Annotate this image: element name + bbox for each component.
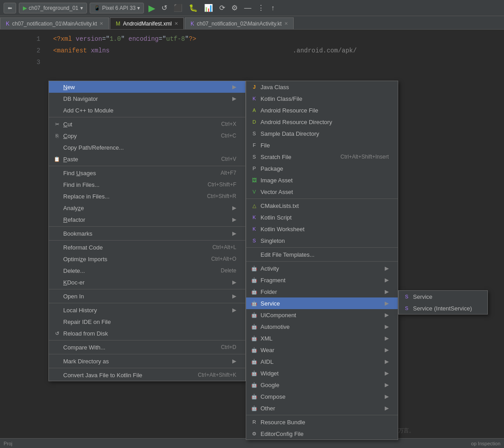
menu-label: Folder bbox=[261, 289, 277, 295]
submenu-arrow: ▶ bbox=[385, 393, 389, 400]
run-button[interactable]: ▶ bbox=[147, 2, 157, 14]
submenu-item-cmake[interactable]: △ CMakeLists.txt bbox=[246, 200, 398, 211]
menu-label: Analyze bbox=[63, 205, 84, 211]
menu-item-copy[interactable]: ⎘ Copy Ctrl+C bbox=[49, 130, 245, 142]
fragment-icon: 🤖 bbox=[251, 276, 258, 284]
menu-item-cut[interactable]: ✂ Cut Ctrl+X bbox=[49, 118, 245, 130]
more-button[interactable]: ⋮ bbox=[256, 3, 266, 13]
menu-item-kdocer[interactable]: KDoc-er ▶ bbox=[49, 276, 245, 288]
submenu-item-automotive[interactable]: 🤖 Automotive ▶ bbox=[246, 321, 398, 332]
menu-label: Vector Asset bbox=[261, 189, 293, 195]
menu-label: Reload from Disk bbox=[63, 330, 108, 337]
share-button[interactable]: ↑ bbox=[269, 3, 276, 13]
refresh-button[interactable]: ↺ bbox=[160, 3, 169, 13]
profile-button[interactable]: 📊 bbox=[202, 3, 215, 13]
separator bbox=[49, 226, 245, 227]
minimize-button[interactable]: — bbox=[242, 3, 253, 13]
menu-item-refactor[interactable]: Refactor ▶ bbox=[49, 214, 245, 225]
kotlin-worksheet-icon: K bbox=[251, 225, 258, 233]
menu-label: Other bbox=[261, 405, 275, 412]
tab-close-icon[interactable]: ✕ bbox=[284, 21, 288, 26]
submenu-item-fragment[interactable]: 🤖 Fragment ▶ bbox=[246, 274, 398, 286]
menu-item-delete[interactable]: Delete... Delete bbox=[49, 265, 245, 276]
code-editor[interactable]: 1 <?xml version="1.0" encoding="utf-8"?>… bbox=[27, 30, 430, 72]
submenu-item-xml[interactable]: 🤖 XML ▶ bbox=[246, 332, 398, 344]
submenu-item-uicomponent[interactable]: 🤖 UiComponent ▶ bbox=[246, 309, 398, 321]
submenu-item-compose[interactable]: 🤖 Compose ▶ bbox=[246, 391, 398, 402]
submenu-item-folder[interactable]: 🤖 Folder ▶ bbox=[246, 286, 398, 297]
shortcut-find-files: Ctrl+Shift+F bbox=[208, 181, 236, 188]
menu-item-compare[interactable]: Compare With... Ctrl+D bbox=[49, 341, 245, 353]
back-button[interactable]: ⬅ bbox=[4, 3, 16, 13]
submenu-item-kotlin-script[interactable]: K Kotlin Script bbox=[246, 211, 398, 223]
submenu-item-android-resource-dir[interactable]: D Android Resource Directory bbox=[246, 116, 398, 128]
submenu-item-aidl[interactable]: 🤖 AIDL ▶ bbox=[246, 356, 398, 367]
menu-item-find-usages[interactable]: Find Usages Alt+F7 bbox=[49, 167, 245, 179]
menu-item-replace-files[interactable]: Replace in Files... Ctrl+Shift+R bbox=[49, 190, 245, 202]
submenu-item-singleton[interactable]: S Singleton bbox=[246, 235, 398, 246]
stop-button[interactable]: ⬛ bbox=[172, 3, 184, 13]
menu-label: Mark Directory as bbox=[63, 358, 109, 365]
submenu-item-service[interactable]: 🤖 Service ▶ bbox=[246, 297, 398, 309]
menu-item-copy-path[interactable]: Copy Path/Reference... bbox=[49, 142, 245, 153]
service-item-service[interactable]: S Service bbox=[399, 291, 487, 302]
manifest-icon: M bbox=[116, 21, 120, 27]
submenu-item-google[interactable]: 🤖 Google ▶ bbox=[246, 379, 398, 391]
submenu-item-activity[interactable]: 🤖 Activity ▶ bbox=[246, 263, 398, 274]
toolbar: ⬅ ▶ ch07_foreground_01 ▾ 📱 Pixel 6 API 3… bbox=[0, 0, 504, 16]
menu-item-repair-ide[interactable]: Repair IDE on File bbox=[49, 316, 245, 327]
settings-button[interactable]: ⚙ bbox=[230, 3, 239, 13]
tab-androidmanifest[interactable]: M AndroidManifest.xml ✕ bbox=[110, 17, 184, 29]
menu-label: File bbox=[261, 142, 270, 149]
menu-item-bookmarks[interactable]: Bookmarks ▶ bbox=[49, 228, 245, 239]
tab-mainactivity-01[interactable]: K ch07_notification_01\MainActivity.kt ✕ bbox=[0, 17, 109, 29]
menu-item-local-history[interactable]: Local History ▶ bbox=[49, 304, 245, 316]
tab-label: ch07_notification_01\MainActivity.kt bbox=[12, 21, 97, 27]
menu-item-db-navigator[interactable]: DB Navigator ▶ bbox=[49, 93, 245, 104]
menu-label: Android Resource Directory bbox=[261, 119, 332, 125]
submenu-arrow: ▶ bbox=[232, 293, 236, 299]
tab-close-icon[interactable]: ✕ bbox=[100, 21, 103, 26]
menu-item-add-cpp[interactable]: Add C++ to Module bbox=[49, 104, 245, 116]
singleton-icon: S bbox=[251, 237, 258, 244]
submenu-item-wear[interactable]: 🤖 Wear ▶ bbox=[246, 344, 398, 356]
submenu-item-resource-bundle[interactable]: R Resource Bundle bbox=[246, 416, 398, 428]
submenu-item-kotlin-worksheet[interactable]: K Kotlin Worksheet bbox=[246, 223, 398, 235]
submenu-item-edit-templates[interactable]: Edit File Templates... bbox=[246, 249, 398, 260]
device-name: Pixel 6 API 33 bbox=[102, 5, 136, 11]
device-selector[interactable]: 📱 Pixel 6 API 33 ▾ bbox=[90, 3, 144, 13]
tab-close-icon[interactable]: ✕ bbox=[174, 21, 178, 26]
project-selector[interactable]: ▶ ch07_foreground_01 ▾ bbox=[19, 3, 87, 13]
menu-label: Optimize Imports bbox=[63, 256, 107, 263]
submenu-item-sample-data[interactable]: S Sample Data Directory bbox=[246, 128, 398, 139]
kotlin-file-icon: K bbox=[191, 21, 194, 27]
submenu-item-scratch-file[interactable]: S Scratch File Ctrl+Alt+Shift+Insert bbox=[246, 151, 398, 163]
submenu-item-vector-asset[interactable]: V Vector Asset bbox=[246, 186, 398, 198]
shortcut-paste: Ctrl+V bbox=[221, 156, 236, 162]
sync-button[interactable]: ⟳ bbox=[217, 3, 227, 13]
menu-item-convert-java[interactable]: Convert Java File to Kotlin File Ctrl+Al… bbox=[49, 369, 245, 381]
submenu-item-kotlin-class[interactable]: K Kotlin Class/File bbox=[246, 93, 398, 104]
menu-item-new[interactable]: New ▶ bbox=[49, 81, 245, 93]
submenu-item-file[interactable]: F File bbox=[246, 139, 398, 151]
debug-button[interactable]: 🐛 bbox=[187, 3, 200, 13]
menu-item-paste[interactable]: 📋 Paste Ctrl+V bbox=[49, 153, 245, 165]
tab-mainactivity-02[interactable]: K ch07_notification_02\MainActivity.kt ✕ bbox=[185, 17, 294, 29]
menu-item-reformat[interactable]: Reformat Code Ctrl+Alt+L bbox=[49, 241, 245, 253]
menu-item-reload[interactable]: ↺ Reload from Disk bbox=[49, 327, 245, 339]
menu-item-open-in[interactable]: Open In ▶ bbox=[49, 290, 245, 302]
service-item-intent-service[interactable]: S Service (IntentService) bbox=[399, 302, 487, 314]
menu-item-analyze[interactable]: Analyze ▶ bbox=[49, 202, 245, 214]
menu-item-find-files[interactable]: Find in Files... Ctrl+Shift+F bbox=[49, 179, 245, 190]
submenu-item-editorconfig[interactable]: ⚙ EditorConfig File bbox=[246, 428, 398, 439]
menu-item-optimize[interactable]: Optimize Imports Ctrl+Alt+O bbox=[49, 253, 245, 265]
menu-item-mark-directory[interactable]: Mark Directory as ▶ bbox=[49, 355, 245, 367]
find-files-icon bbox=[53, 181, 61, 188]
submenu-item-android-resource-file[interactable]: A Android Resource File bbox=[246, 104, 398, 116]
submenu-item-image-asset[interactable]: 🖼 Image Asset bbox=[246, 174, 398, 186]
submenu-arrow: ▶ bbox=[232, 307, 236, 313]
submenu-item-other[interactable]: 🤖 Other ▶ bbox=[246, 402, 398, 414]
submenu-item-package[interactable]: P Package bbox=[246, 163, 398, 174]
submenu-item-java-class[interactable]: J Java Class bbox=[246, 81, 398, 93]
submenu-item-widget[interactable]: 🤖 Widget ▶ bbox=[246, 367, 398, 379]
